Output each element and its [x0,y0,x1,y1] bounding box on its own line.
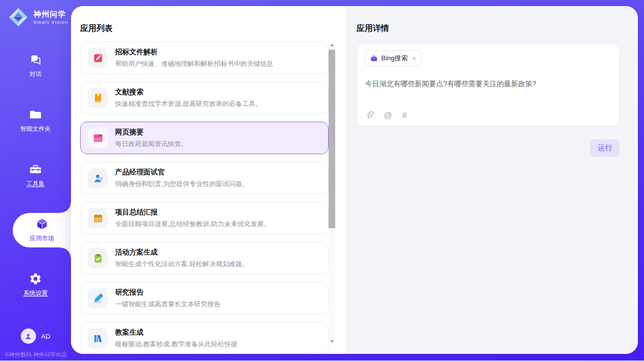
app-list-item[interactable]: </> 网页摘要 每日政府新闻资讯快查。 [80,122,329,154]
tool-chip-label: Bing搜索 [381,54,408,63]
app-item-desc: 快速精准查找学术资源,提高研究效率的必备工具。 [115,99,262,108]
composer-toolbar: @ # [365,111,407,120]
chat-icon [29,53,42,66]
avatar [21,329,36,344]
scrollbar-track[interactable] [329,42,335,345]
app-item-title: 网页摘要 [115,128,188,137]
app-item-desc: 帮助用户快速、准确地理解和解析招标书中的关键信息 [115,59,273,68]
scrollbar-up-button[interactable] [329,42,335,48]
pen-cyan-icon [88,288,108,308]
person-blue-icon [88,168,108,188]
brand-logo: 神州问学 Smart Vision [7,6,68,28]
app-detail-panel: 应用详情 Bing搜索 × 今日湖北有哪些新闻要点?有哪些需要关注的最新政策? [346,6,638,354]
browser-pink-icon: </> [88,128,108,148]
app-item-desc: 一键智能生成高质量长文本研究报告 [115,300,221,309]
app-list-item[interactable]: 研究报告 一键智能生成高质量长文本研究报告 [80,282,329,314]
app-item-desc: 智能生成个性化活动方案,轻松解决规划难题。 [115,260,249,269]
triangle-down-icon [330,340,334,343]
calendar-orange-icon [88,208,108,228]
app-item-title: 项目总结汇报 [115,208,270,217]
svg-text:</>: </> [95,137,101,140]
app-list: 招标文件解析 帮助用户快速、准确地理解和解析招标书中的关键信息 文献搜索 快速精… [80,42,329,354]
app-item-title: 活动方案生成 [115,248,249,257]
briefcase-icon [370,55,378,62]
toolbox-icon [29,163,42,176]
app-item-title: 文献搜索 [115,88,262,97]
topic-icon[interactable]: # [402,112,407,120]
main-card: 应用列表 招标文件解析 帮助用户快速、准确地理解和解析招标书中的关键信息 文献搜… [71,6,638,354]
app-item-desc: 全面回顾项目进展,总结经验教训,助力未来优化发展。 [115,220,270,229]
triangle-up-icon [330,44,334,46]
app-item-title: 招标文件解析 [115,48,273,57]
brand-subtitle: Smart Vision [33,20,68,25]
app-item-desc: 模板驱动,教案秒成,教学准备从此轻松快捷 [115,340,237,349]
app-list-title: 应用列表 [80,23,113,34]
prompt-text[interactable]: 今日湖北有哪些新闻要点?有哪些需要关注的最新政策? [365,80,611,89]
sidebar-item-label: 系统设置 [23,289,48,298]
app-list-panel: 应用列表 招标文件解析 帮助用户快速、准确地理解和解析招标书中的关键信息 文献搜… [71,6,346,354]
mention-icon[interactable]: @ [384,112,392,120]
app-item-title: 产品经理面试官 [115,168,249,177]
sidebar-item-toolbox[interactable]: 工具集 [0,161,71,190]
books-blue-icon [88,328,108,348]
sidebar-item-gear[interactable]: 系统设置 [0,271,71,299]
brand-name: 神州问学 [33,10,68,19]
sidebar-item-label: 工具集 [26,179,45,188]
sidebar-item-cube[interactable]: 应用市场 [13,213,71,247]
brand-diamond-icon [7,6,29,28]
scrollbar-down-button[interactable] [329,338,335,345]
app-item-title: 教案生成 [115,328,237,337]
app-item-desc: 每日政府新闻资讯快查。 [115,139,188,149]
run-button[interactable]: 运行 [590,139,620,157]
run-row: 运行 [356,139,620,157]
app-item-title: 研究报告 [115,288,221,297]
edit-red-icon [88,48,108,68]
app-detail-title: 应用详情 [356,23,620,34]
sidebar-nav: 对话 智能文件夹 工具集 应用市场 系统设置 [0,52,71,325]
sidebar-item-label: 对话 [29,70,42,79]
app-list-item[interactable]: 项目总结汇报 全面回顾项目进展,总结经验教训,助力未来优化发展。 [80,202,329,234]
app-list-item[interactable]: 产品经理面试官 明确身份和职责,为您提供专业性的面试问题。 [80,162,329,194]
sidebar-item-folder[interactable]: 智能文件夹 [0,106,71,135]
book-orange-icon [88,88,108,108]
sidebar-item-chat[interactable]: 对话 [0,52,71,80]
app-item-desc: 明确身份和职责,为您提供专业性的面试问题。 [115,179,249,189]
copyright-text: ©神州数码·神州问学出品 [5,351,67,358]
user-initials: AD [41,333,50,340]
tool-chip-bing-search[interactable]: Bing搜索 × [365,50,421,66]
app-list-item[interactable]: 招标文件解析 帮助用户快速、准确地理解和解析招标书中的关键信息 [80,42,329,74]
sidebar-item-label: 智能文件夹 [20,125,51,133]
folder-icon [29,108,42,121]
prompt-composer[interactable]: Bing搜索 × 今日湖北有哪些新闻要点?有哪些需要关注的最新政策? @ # [356,43,620,126]
clipboard-green-icon [88,248,108,268]
user-account[interactable]: AD [0,329,71,344]
sidebar: 神州问学 Smart Vision 对话 智能文件夹 工具集 应用市场 系统设置… [0,0,71,362]
app-list-item[interactable]: 活动方案生成 智能生成个性化活动方案,轻松解决规划难题。 [80,242,329,274]
sidebar-item-label: 应用市场 [30,234,54,243]
person-icon [24,332,32,341]
cube-icon [35,218,49,231]
paperclip-icon[interactable] [365,111,374,120]
app-list-item[interactable]: 文献搜索 快速精准查找学术资源,提高研究效率的必备工具。 [80,82,329,114]
app-list-item[interactable]: 教案生成 模板驱动,教案秒成,教学准备从此轻松快捷 [80,322,329,354]
scrollbar-thumb[interactable] [329,50,335,228]
gear-icon [29,272,42,285]
chip-close-icon[interactable]: × [412,55,416,62]
